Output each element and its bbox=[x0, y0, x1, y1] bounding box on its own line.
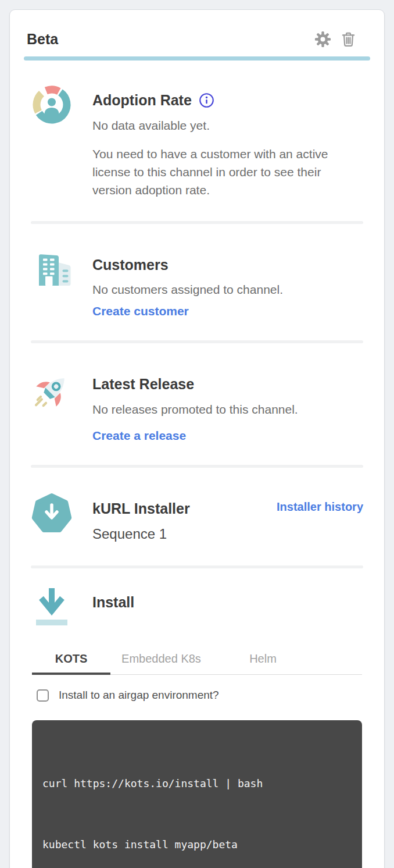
release-empty-text: No releases promoted to this channel. bbox=[92, 401, 363, 418]
installer-sequence-text: Sequence 1 bbox=[92, 525, 363, 543]
tab-kots[interactable]: KOTS bbox=[32, 645, 110, 674]
adoption-empty-text: No data available yet. bbox=[92, 117, 363, 134]
install-options: KOTS Embedded K8s Helm Install to an air… bbox=[24, 645, 370, 868]
adoption-rate-title: Adoption Rate bbox=[92, 91, 363, 109]
channel-settings-button[interactable] bbox=[314, 30, 332, 48]
section-adoption-rate: Adoption Rate No data available yet. You… bbox=[24, 84, 370, 199]
adoption-rate-donut-icon bbox=[31, 84, 73, 126]
rocket-icon bbox=[31, 368, 73, 414]
header-actions bbox=[314, 30, 357, 48]
divider bbox=[31, 565, 363, 568]
section-latest-release: Latest Release No releases promoted to t… bbox=[24, 368, 370, 443]
adoption-hint-text: You need to have a customer with an acti… bbox=[92, 145, 332, 199]
divider bbox=[31, 465, 363, 468]
card-header: Beta bbox=[24, 30, 370, 48]
airgap-label: Install to an airgap environment? bbox=[59, 689, 219, 702]
divider bbox=[31, 340, 363, 343]
channel-title: Beta bbox=[27, 30, 314, 48]
install-title: Install bbox=[92, 593, 363, 611]
channel-card: Beta bbox=[9, 9, 385, 868]
customers-empty-text: No customers assigned to channel. bbox=[92, 281, 363, 298]
tab-helm[interactable]: Helm bbox=[212, 645, 314, 674]
airgap-checkbox[interactable] bbox=[37, 689, 49, 702]
command-line-2: kubectl kots install myapp/beta bbox=[42, 834, 352, 855]
customers-building-icon bbox=[31, 248, 73, 290]
section-kurl-installer: kURL Installer Installer history Sequenc… bbox=[24, 492, 370, 543]
divider bbox=[31, 221, 363, 224]
tab-embedded-k8s[interactable]: Embedded K8s bbox=[110, 645, 212, 674]
trash-icon bbox=[339, 30, 357, 48]
airgap-row: Install to an airgap environment? bbox=[32, 689, 362, 702]
customers-title: Customers bbox=[92, 255, 363, 274]
kurl-installer-icon bbox=[31, 492, 73, 534]
section-customers: Customers No customers assigned to chann… bbox=[24, 248, 370, 318]
install-download-icon bbox=[34, 586, 70, 630]
create-release-link[interactable]: Create a release bbox=[92, 429, 186, 443]
install-command-block: curl https://kots.io/install | bash kube… bbox=[32, 720, 362, 868]
install-tabs: KOTS Embedded K8s Helm bbox=[32, 645, 362, 675]
create-customer-link[interactable]: Create customer bbox=[92, 304, 189, 318]
command-line-1: curl https://kots.io/install | bash bbox=[42, 773, 352, 794]
installer-history-link[interactable]: Installer history bbox=[277, 500, 363, 514]
channel-color-rule bbox=[24, 56, 370, 61]
gear-icon bbox=[314, 30, 332, 48]
section-install: Install bbox=[24, 586, 370, 630]
delete-channel-button[interactable] bbox=[339, 30, 357, 48]
kurl-installer-title: kURL Installer bbox=[92, 499, 190, 518]
latest-release-title: Latest Release bbox=[92, 375, 363, 393]
info-icon[interactable] bbox=[199, 93, 214, 108]
